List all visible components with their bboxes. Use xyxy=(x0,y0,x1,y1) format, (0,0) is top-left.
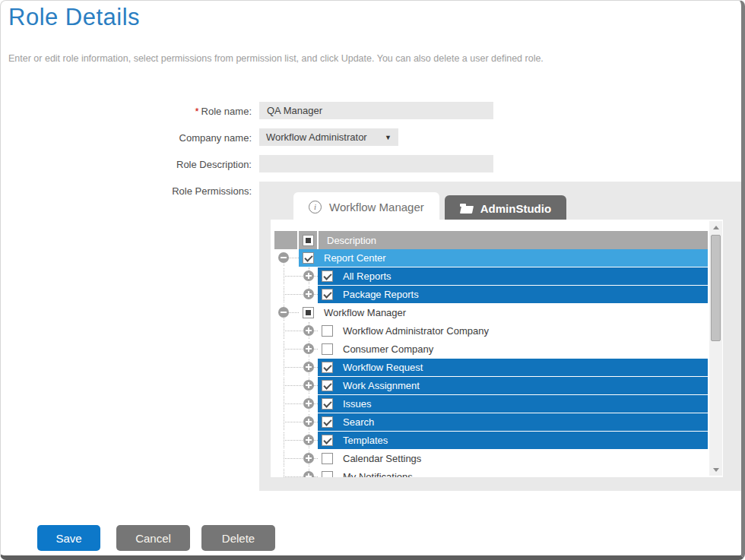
expander-icon[interactable] xyxy=(303,343,314,354)
permission-row-content: Issues xyxy=(318,395,708,413)
expander-icon[interactable] xyxy=(303,289,314,299)
permission-row[interactable]: Report Center xyxy=(274,249,708,267)
chevron-down-icon: ▼ xyxy=(385,134,392,141)
permission-checkbox[interactable] xyxy=(322,416,333,428)
permission-checkbox[interactable] xyxy=(322,343,333,355)
permission-label: All Reports xyxy=(343,271,392,282)
tree-gutter xyxy=(274,322,318,340)
tree-gutter xyxy=(274,359,318,376)
permission-row-content: Calendar Settings xyxy=(318,450,708,467)
permission-checkbox[interactable] xyxy=(322,398,333,410)
permission-checkbox[interactable] xyxy=(322,380,333,391)
expander-icon[interactable] xyxy=(303,271,314,281)
company-name-value: Workflow Administrator xyxy=(266,131,367,143)
permission-checkbox[interactable] xyxy=(322,325,333,337)
permission-label: Workflow Manager xyxy=(324,307,406,318)
permission-label: My Notifications xyxy=(343,471,413,477)
permission-checkbox[interactable] xyxy=(322,289,333,300)
tree-gutter xyxy=(274,377,318,394)
save-button[interactable]: Save xyxy=(37,525,100,551)
tree-gutter xyxy=(274,267,318,285)
permission-row[interactable]: Calendar Settings xyxy=(274,450,708,468)
expander-icon[interactable] xyxy=(303,398,314,409)
expander-icon[interactable] xyxy=(303,435,314,445)
tree-gutter xyxy=(274,413,318,431)
delete-button[interactable]: Delete xyxy=(201,525,275,551)
tab-adminstudio[interactable]: AdminStudio xyxy=(445,195,566,221)
permission-row-content: My Notifications xyxy=(318,468,708,477)
permission-checkbox[interactable] xyxy=(303,252,314,264)
tree-gutter xyxy=(274,249,299,267)
permission-checkbox[interactable] xyxy=(322,271,333,282)
description-column-header: Description xyxy=(319,231,708,249)
company-name-select[interactable]: Workflow Administrator ▼ xyxy=(259,128,398,146)
expander-icon[interactable] xyxy=(278,307,289,318)
page-description: Enter or edit role information, select p… xyxy=(8,53,544,64)
permission-row[interactable]: Templates xyxy=(274,432,708,450)
permission-row-content: Consumer Company xyxy=(318,340,708,358)
tree-gutter xyxy=(274,395,318,413)
permission-row-content: Package Reports xyxy=(318,286,708,303)
tree-gutter xyxy=(274,304,299,321)
expander-icon[interactable] xyxy=(303,416,314,427)
permission-row[interactable]: Workflow Administrator Company xyxy=(274,322,708,340)
select-all-checkbox[interactable] xyxy=(303,235,314,246)
permission-row-content: Search xyxy=(318,413,708,431)
permission-row[interactable]: Workflow Manager xyxy=(274,304,708,322)
scroll-down-button[interactable] xyxy=(709,464,722,476)
permission-row[interactable]: Issues xyxy=(274,395,708,413)
role-permissions-label: Role Permissions: xyxy=(1,185,252,197)
role-description-input[interactable] xyxy=(259,155,493,172)
tree-gutter xyxy=(274,340,318,358)
expander-icon[interactable] xyxy=(303,471,314,477)
cancel-button[interactable]: Cancel xyxy=(116,525,190,551)
expander-icon[interactable] xyxy=(303,380,314,391)
permission-label: Workflow Request xyxy=(343,362,423,373)
permission-checkbox[interactable] xyxy=(322,453,333,464)
company-name-label: Company name: xyxy=(1,132,252,144)
permission-label: Templates xyxy=(343,435,388,446)
expander-icon[interactable] xyxy=(303,362,314,372)
permission-row-content: Report Center xyxy=(299,249,708,267)
select-all-cell xyxy=(299,231,317,249)
permission-checkbox[interactable] xyxy=(322,435,333,446)
permission-row[interactable]: Work Assignment xyxy=(274,377,708,395)
vertical-scrollbar[interactable] xyxy=(709,221,722,476)
page-frame: Role Details Enter or edit role informat… xyxy=(0,0,745,560)
scrollbar-thumb[interactable] xyxy=(711,235,721,341)
expander-icon[interactable] xyxy=(303,453,314,464)
role-name-label: *Role name: xyxy=(1,106,252,117)
required-asterisk: * xyxy=(195,106,198,117)
permission-checkbox[interactable] xyxy=(303,307,314,318)
permissions-tree: Description Report Center All Reports xyxy=(271,220,723,477)
tab-workflow-manager[interactable]: i Workflow Manager xyxy=(293,192,439,221)
permission-row[interactable]: All Reports xyxy=(274,267,708,286)
arrow-up-icon xyxy=(713,226,719,229)
permission-row-content: Workflow Manager xyxy=(299,304,708,321)
expander-icon[interactable] xyxy=(303,325,314,336)
expander-column-header xyxy=(274,231,297,249)
arrow-down-icon xyxy=(713,468,719,472)
expander-icon[interactable] xyxy=(278,252,289,263)
permission-row-content: All Reports xyxy=(318,267,708,285)
permission-row[interactable]: Package Reports xyxy=(274,286,708,304)
permission-label: Issues xyxy=(343,398,372,410)
tree-gutter xyxy=(274,286,318,303)
permission-label: Workflow Administrator Company xyxy=(343,325,489,337)
tab-label: AdminStudio xyxy=(480,202,551,215)
permission-row[interactable]: My Notifications xyxy=(274,468,708,477)
permission-checkbox[interactable] xyxy=(322,471,333,477)
permission-row[interactable]: Consumer Company xyxy=(274,340,708,359)
info-icon: i xyxy=(309,201,322,214)
permission-label: Work Assignment xyxy=(343,380,420,391)
permission-label: Consumer Company xyxy=(343,343,433,355)
permission-label: Package Reports xyxy=(343,289,419,300)
permission-checkbox[interactable] xyxy=(322,362,333,373)
scroll-up-button[interactable] xyxy=(709,221,722,233)
role-description-label: Role Description: xyxy=(1,159,252,170)
permission-row[interactable]: Search xyxy=(274,413,708,432)
grid-header: Description xyxy=(274,231,708,249)
folder-open-icon xyxy=(460,204,473,214)
permission-row[interactable]: Workflow Request xyxy=(274,359,708,377)
role-name-input[interactable] xyxy=(259,102,493,119)
